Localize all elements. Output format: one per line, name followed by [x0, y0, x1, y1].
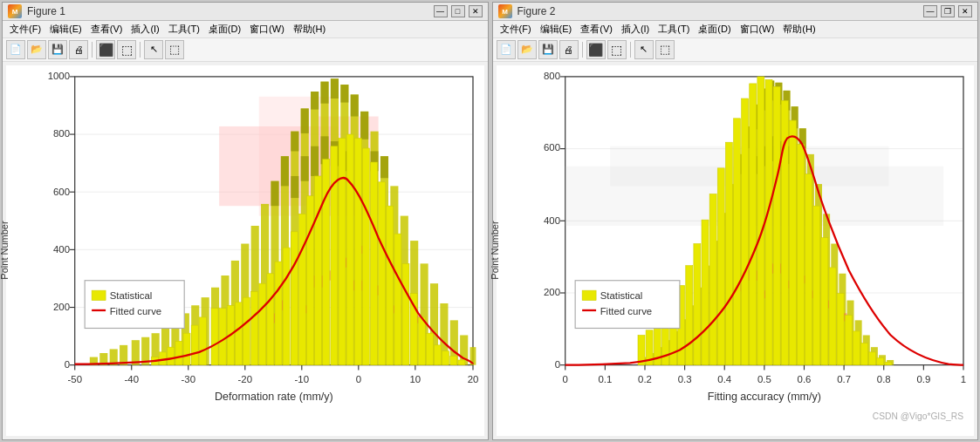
svg-text:Statistical: Statistical: [600, 290, 642, 301]
svg-rect-121: [307, 196, 314, 365]
figure-1-controls: — □ ✕: [434, 5, 483, 17]
svg-rect-114: [251, 291, 258, 364]
sep-3: [582, 42, 583, 58]
svg-rect-89: [380, 156, 388, 178]
figure-2-window: M Figure 2 — ❐ ✕ 文件(F) 编辑(E) 查看(V) 插入(I)…: [492, 2, 979, 440]
menu-file-1[interactable]: 文件(F): [6, 23, 45, 36]
menu-window-2[interactable]: 窗口(W): [737, 23, 778, 36]
svg-text:Fitted curve: Fitted curve: [110, 305, 162, 316]
zoom-btn-1[interactable]: ⬛: [96, 40, 115, 59]
svg-text:1: 1: [960, 374, 965, 384]
svg-text:Deformation rate (mm/y): Deformation rate (mm/y): [215, 391, 333, 403]
minimize-btn-2[interactable]: —: [923, 5, 937, 17]
menu-view-2[interactable]: 查看(V): [577, 23, 616, 36]
svg-rect-135: [418, 317, 425, 365]
menu-window-1[interactable]: 窗口(W): [246, 23, 288, 36]
svg-text:200: 200: [53, 302, 70, 312]
svg-text:0.1: 0.1: [598, 374, 612, 384]
svg-text:0.8: 0.8: [876, 374, 890, 384]
svg-rect-118: [283, 248, 290, 365]
svg-text:-30: -30: [182, 374, 195, 384]
zoom2-btn-1[interactable]: ⬚: [117, 40, 136, 59]
menu-desktop-2[interactable]: 桌面(D): [695, 23, 734, 36]
svg-rect-120: [298, 214, 305, 364]
svg-rect-263: [741, 99, 748, 365]
svg-rect-126: [346, 134, 353, 365]
svg-text:-40: -40: [125, 374, 139, 384]
menu-tools-1[interactable]: 工具(T): [165, 23, 203, 36]
minimize-btn-1[interactable]: —: [434, 5, 448, 17]
figure-2-title-bar: M Figure 2 — ❐ ✕: [493, 3, 978, 21]
open-btn-2[interactable]: 📂: [517, 40, 537, 59]
figure-2-controls: — ❐ ✕: [923, 5, 972, 17]
restore-btn-2[interactable]: ❐: [941, 5, 955, 17]
zoom2-btn-2[interactable]: ⬚: [607, 40, 627, 59]
svg-rect-270: [797, 144, 804, 364]
svg-rect-144: [175, 341, 182, 364]
close-btn-2[interactable]: ✕: [958, 5, 972, 17]
svg-text:0.3: 0.3: [677, 374, 691, 384]
svg-text:0.9: 0.9: [916, 374, 930, 384]
svg-rect-280: [876, 358, 883, 365]
figure-1-title: Figure 1: [27, 5, 65, 17]
save-btn-1[interactable]: 💾: [48, 40, 67, 59]
maximize-btn-1[interactable]: □: [451, 5, 465, 17]
svg-rect-269: [789, 120, 796, 365]
svg-rect-127: [354, 139, 361, 365]
svg-rect-87: [360, 112, 368, 139]
close-btn-1[interactable]: ✕: [469, 5, 483, 17]
svg-rect-133: [402, 263, 409, 364]
menu-insert-2[interactable]: 插入(I): [618, 23, 653, 36]
svg-text:0.2: 0.2: [638, 374, 652, 384]
svg-rect-117: [275, 262, 282, 365]
svg-text:CSDN @Vigo*GIS_RS: CSDN @Vigo*GIS_RS: [872, 411, 963, 421]
svg-rect-276: [845, 316, 852, 365]
zoom-btn-2[interactable]: ⬛: [586, 40, 606, 59]
cursor-btn-2[interactable]: ↖: [634, 40, 654, 59]
new-btn-1[interactable]: 📄: [6, 40, 25, 59]
save-btn-2[interactable]: 💾: [538, 40, 558, 59]
svg-rect-79: [291, 132, 298, 152]
svg-text:0: 0: [562, 374, 567, 384]
svg-text:600: 600: [544, 142, 560, 153]
menu-edit-1[interactable]: 编辑(E): [46, 23, 86, 36]
svg-text:0.6: 0.6: [797, 374, 811, 384]
svg-rect-273: [820, 238, 827, 365]
figure-2-title: Figure 2: [517, 5, 556, 17]
svg-rect-264: [749, 84, 756, 365]
menu-edit-2[interactable]: 编辑(E): [537, 23, 576, 36]
pan-btn-2[interactable]: ⬚: [655, 40, 675, 59]
svg-rect-129: [371, 162, 378, 365]
matlab-icon-2: M: [498, 4, 512, 18]
new-btn-2[interactable]: 📄: [497, 40, 516, 59]
menu-help-2[interactable]: 帮助(H): [779, 23, 819, 36]
cursor-btn-1[interactable]: ↖: [144, 40, 163, 59]
svg-text:0: 0: [356, 374, 361, 384]
figure-2-title-left: M Figure 2: [498, 4, 556, 18]
y-axis-label-2: Point Number: [490, 221, 500, 280]
menu-desktop-1[interactable]: 桌面(D): [205, 23, 244, 36]
svg-rect-260: [717, 168, 724, 365]
svg-rect-128: [362, 148, 369, 365]
svg-text:Fitting accuracy (mm/y): Fitting accuracy (mm/y): [707, 391, 820, 403]
matlab-icon-1: M: [8, 4, 22, 18]
menu-insert-1[interactable]: 插入(I): [127, 23, 162, 36]
menu-file-2[interactable]: 文件(F): [497, 23, 535, 36]
pan-btn-1[interactable]: ⬚: [165, 40, 184, 59]
svg-rect-279: [868, 352, 875, 365]
menu-help-1[interactable]: 帮助(H): [290, 23, 329, 36]
svg-text:0.5: 0.5: [757, 374, 771, 384]
svg-rect-281: [884, 362, 891, 364]
open-btn-1[interactable]: 📂: [27, 40, 46, 59]
svg-rect-94: [301, 156, 309, 181]
svg-rect-141: [199, 317, 206, 365]
menu-view-1[interactable]: 查看(V): [87, 23, 127, 36]
svg-rect-86: [281, 156, 289, 186]
print-btn-1[interactable]: 🖨: [69, 40, 88, 59]
svg-rect-137: [435, 345, 442, 365]
print-btn-2[interactable]: 🖨: [559, 40, 579, 59]
svg-rect-136: [426, 333, 433, 365]
svg-rect-139: [450, 356, 457, 364]
svg-text:Fitted curve: Fitted curve: [600, 305, 652, 316]
menu-tools-2[interactable]: 工具(T): [654, 23, 693, 36]
